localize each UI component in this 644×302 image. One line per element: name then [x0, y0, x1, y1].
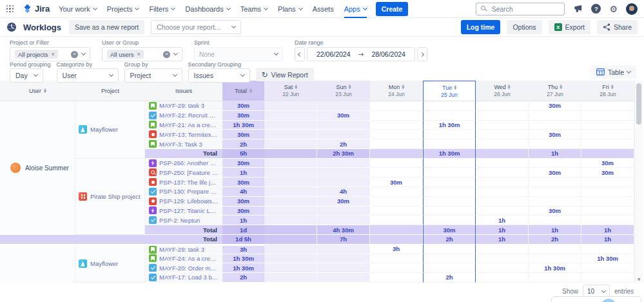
- nav-item-your-work[interactable]: Your work: [59, 0, 97, 18]
- day-group-total-cell[interactable]: 1h: [476, 225, 529, 235]
- nav-item-teams[interactable]: Teams: [240, 0, 268, 18]
- issue-link[interactable]: MAYF-13: Termites on ...: [159, 131, 219, 138]
- create-button[interactable]: Create: [376, 2, 409, 16]
- issue-link[interactable]: MAYF-24: As a crew me...: [159, 255, 219, 262]
- save-report-button[interactable]: Save as a new report: [69, 20, 144, 34]
- column-header-day-fri[interactable]: Fri▲▼28 Jun: [581, 81, 634, 101]
- nav-item-assets[interactable]: Assets: [313, 0, 334, 18]
- issue-link[interactable]: PSP-137: The life jacket...: [159, 179, 219, 186]
- day-group-total-cell[interactable]: 2h 30m: [317, 149, 370, 159]
- day-cell[interactable]: 30m: [581, 159, 634, 168]
- day-user-total-cell[interactable]: 2h: [423, 235, 476, 245]
- user-filter-select[interactable]: All users× ×: [102, 47, 182, 61]
- day-cell[interactable]: 4h: [317, 187, 370, 197]
- tag-remove-icon[interactable]: ×: [137, 51, 140, 57]
- issue-link[interactable]: MAYF-21: As a crew me...: [159, 121, 219, 128]
- view-mode-button[interactable]: Table: [590, 65, 636, 79]
- day-cell[interactable]: 30m: [317, 197, 370, 206]
- view-report-button[interactable]: ↻ View Report: [256, 68, 314, 81]
- scrollbar-down-icon[interactable]: ▼: [635, 277, 643, 281]
- settings-gear-icon[interactable]: ⚙: [609, 5, 618, 14]
- project-filter-select[interactable]: All projects× ×: [10, 47, 90, 61]
- column-header-day-tue[interactable]: Tue▲▼25 Jun: [423, 81, 476, 101]
- log-time-button[interactable]: Log time: [461, 20, 501, 34]
- date-prev-button[interactable]: [295, 47, 305, 61]
- export-button[interactable]: X Export: [549, 20, 590, 34]
- table-scrollbar[interactable]: ▼: [634, 81, 643, 283]
- nav-item-plans[interactable]: Plans: [278, 0, 302, 18]
- day-user-total-cell[interactable]: 7h: [317, 235, 370, 245]
- issue-link[interactable]: PSP-130: Prepare ship t...: [159, 188, 219, 195]
- day-group-total-cell[interactable]: 1h: [529, 225, 581, 235]
- issue-link[interactable]: PSP-127: Titanic Launch: [159, 207, 219, 214]
- day-group-total-cell[interactable]: 4h 30m: [317, 225, 370, 235]
- day-cell[interactable]: 30m: [529, 101, 581, 111]
- scrollbar-thumb[interactable]: [636, 83, 641, 125]
- issue-link[interactable]: MAYF-20: Order materi...: [159, 265, 219, 272]
- day-cell[interactable]: 1h 30m: [581, 254, 634, 264]
- issue-link[interactable]: PSP-266: Another Epic: [159, 159, 219, 166]
- day-cell[interactable]: 30m: [317, 111, 370, 121]
- column-header-day-sun[interactable]: Sun▲▼23 Jun: [317, 81, 370, 101]
- announcements-icon[interactable]: [573, 4, 583, 14]
- jira-logo[interactable]: Jira: [23, 4, 50, 14]
- project-link[interactable]: Mayflower: [90, 126, 118, 133]
- day-cell[interactable]: 30m: [370, 177, 423, 187]
- column-header-day-thu[interactable]: Thu▲▼27 Jun: [529, 81, 581, 101]
- issue-link[interactable]: PSP-250: [Feature 1] Te...: [159, 169, 219, 176]
- date-to[interactable]: 28/06/2024: [371, 50, 405, 58]
- search-input[interactable]: Search: [476, 3, 565, 15]
- day-group-total-cell[interactable]: 1h 30m: [423, 149, 476, 159]
- date-from[interactable]: 22/06/2024: [317, 50, 351, 58]
- column-header-day-mon[interactable]: Mon▲▼24 Jun: [370, 81, 423, 101]
- issue-link[interactable]: MAYF-17: Load 3 barrel...: [159, 274, 219, 281]
- secondary-grouping-select[interactable]: Issues: [188, 68, 250, 83]
- options-button[interactable]: Options: [507, 20, 542, 34]
- day-user-total-cell[interactable]: 1h: [476, 235, 529, 245]
- issue-link[interactable]: MAYF-29: task 3: [159, 102, 204, 109]
- day-cell[interactable]: 30m: [529, 168, 581, 177]
- date-range-input[interactable]: 22/06/2024 → 28/06/2024: [307, 47, 415, 61]
- clear-filter-icon[interactable]: ×: [71, 51, 78, 58]
- group-by-select[interactable]: Project: [124, 68, 182, 83]
- day-user-total-cell[interactable]: 1h: [581, 235, 634, 245]
- day-group-total-cell[interactable]: 1h: [529, 149, 581, 159]
- categorize-by-select[interactable]: User: [57, 68, 119, 83]
- day-cell[interactable]: 30m: [529, 130, 581, 139]
- day-cell[interactable]: 30m: [581, 168, 634, 177]
- column-header-user[interactable]: User▲▼: [0, 81, 75, 101]
- day-cell[interactable]: 1h 30m: [423, 121, 476, 130]
- date-next-button[interactable]: [417, 47, 427, 61]
- issue-link[interactable]: MAYF-22: Recruit needl...: [159, 112, 219, 119]
- share-button[interactable]: Share: [597, 20, 638, 34]
- column-header-total[interactable]: Total▲▼: [222, 81, 264, 101]
- issue-link[interactable]: MAYF-3: Task 3: [159, 141, 202, 148]
- day-group-total-cell[interactable]: 1h: [581, 225, 634, 235]
- nav-item-dashboards[interactable]: Dashboards: [185, 0, 229, 18]
- nav-item-apps[interactable]: Apps: [344, 0, 367, 18]
- column-header-day-wed[interactable]: Wed▲▼26 Jun: [476, 81, 529, 101]
- issue-link[interactable]: MAYF-29: task 3: [159, 246, 204, 253]
- issue-link[interactable]: PSP-2: Neptun: [159, 217, 200, 224]
- column-header-day-sat[interactable]: Sat▲▼22 Jun: [264, 81, 317, 101]
- help-icon[interactable]: ?: [591, 4, 601, 14]
- nav-item-projects[interactable]: Projects: [107, 0, 139, 18]
- clear-filter-icon[interactable]: ×: [163, 51, 170, 58]
- corner-widget[interactable]: [551, 296, 641, 302]
- report-select[interactable]: Choose your report...: [151, 20, 241, 34]
- project-link[interactable]: Pirate Ship project: [90, 193, 141, 200]
- profile-avatar[interactable]: [626, 3, 638, 15]
- nav-item-filters[interactable]: Filters: [149, 0, 175, 18]
- tag-remove-icon[interactable]: ×: [51, 51, 54, 57]
- day-cell[interactable]: 30m: [529, 206, 581, 216]
- day-group-total-cell[interactable]: 30m: [423, 225, 476, 235]
- day-user-total-cell[interactable]: 2h: [529, 235, 581, 245]
- app-switcher-icon[interactable]: [6, 5, 14, 12]
- period-grouping-select[interactable]: Day: [10, 68, 43, 83]
- project-link[interactable]: Mayflower: [90, 260, 118, 267]
- issue-link[interactable]: PSP-129: Lifeboats doe...: [159, 197, 219, 205]
- day-cell[interactable]: 2h: [317, 139, 370, 149]
- day-cell[interactable]: 1h 30m: [529, 263, 581, 273]
- day-cell[interactable]: 1h: [476, 216, 529, 225]
- day-cell[interactable]: 2h: [423, 273, 476, 283]
